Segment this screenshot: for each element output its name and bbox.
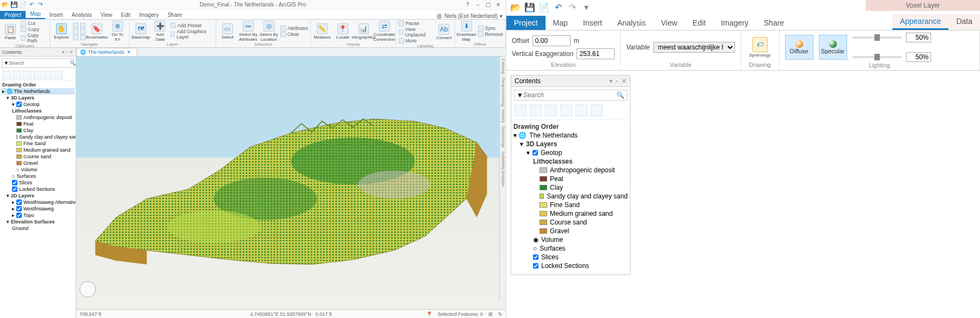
diffuse-slider[interactable] bbox=[853, 36, 902, 39]
qat-undo-icon[interactable]: ↶ bbox=[28, 2, 35, 8]
symbology-button[interactable]: 🏷 Symbology bbox=[746, 37, 774, 58]
qat-new-icon[interactable]: 📄 bbox=[539, 2, 549, 12]
list-by-source-button[interactable] bbox=[13, 71, 21, 79]
filter-icon[interactable]: ▼ bbox=[4, 60, 9, 66]
offset-input[interactable] bbox=[532, 35, 571, 46]
litho-item[interactable]: Peat bbox=[513, 174, 628, 183]
list-by-selection-button[interactable] bbox=[545, 104, 557, 116]
diffuse-button[interactable]: Diffuse bbox=[785, 35, 813, 60]
coordinate-conversion-button[interactable]: ⇄Coordinate Conversion bbox=[375, 21, 394, 42]
tab-view[interactable]: View bbox=[653, 16, 685, 30]
qat-open-icon[interactable]: 📂 bbox=[511, 2, 520, 12]
litho-item[interactable]: Clay bbox=[513, 183, 628, 192]
download-map-button[interactable]: ⬇Download Map bbox=[457, 21, 476, 42]
elevation-surfaces-header[interactable]: ▾ Elevation Surfaces bbox=[1, 219, 75, 225]
tab-view[interactable]: View bbox=[96, 11, 117, 19]
more-labeling-button[interactable]: More bbox=[399, 38, 434, 43]
go-to-xy-button[interactable]: ⊕Go To XY bbox=[108, 21, 127, 42]
vertical-exaggeration-input[interactable] bbox=[577, 48, 615, 59]
litho-item[interactable]: Clay bbox=[1, 127, 75, 134]
tab-share[interactable]: Share bbox=[756, 16, 792, 30]
tab-map[interactable]: Map bbox=[26, 10, 45, 19]
tab-project[interactable]: Project bbox=[0, 11, 26, 19]
copy-button[interactable]: Copy bbox=[21, 27, 47, 32]
qat-redo-icon[interactable]: ↷ bbox=[567, 2, 577, 12]
add-graphics-layer-button[interactable]: Add Graphics Layer bbox=[170, 29, 213, 40]
infographics-button[interactable]: 📊Infographics bbox=[354, 21, 373, 42]
litho-item[interactable]: Course sand bbox=[1, 153, 75, 160]
litho-item[interactable]: Anthropogenic deposit bbox=[513, 166, 628, 174]
list-by-selection-button[interactable] bbox=[23, 71, 32, 79]
qat-new-icon[interactable]: 📄 bbox=[20, 2, 26, 8]
catalog-pane-button[interactable]: ⊞ bbox=[488, 311, 493, 317]
list-by-labeling-button[interactable] bbox=[591, 104, 603, 116]
pin-icon[interactable]: ▫ bbox=[616, 77, 618, 85]
tab-imagery[interactable]: Imagery bbox=[713, 16, 756, 30]
tab-project[interactable]: Project bbox=[506, 16, 546, 30]
tab-edit[interactable]: Edit bbox=[685, 16, 713, 30]
tab-appearance[interactable]: Appearance bbox=[892, 14, 949, 30]
locked-sections-node[interactable]: Locked Sections bbox=[1, 186, 75, 192]
help-icon[interactable]: ? bbox=[466, 2, 469, 8]
litho-item[interactable]: Gravel bbox=[1, 160, 75, 166]
sync-button[interactable]: Sync bbox=[478, 26, 504, 31]
layer-geotop[interactable]: ▾ Geotop bbox=[513, 148, 628, 157]
tab-imagery[interactable]: Imagery bbox=[135, 11, 163, 19]
copy-path-button[interactable]: Copy Path bbox=[21, 33, 47, 43]
map-3d-view[interactable]: Catalog Geoprocessing History Symbology … bbox=[76, 57, 506, 309]
qat-save-icon[interactable]: 💾 bbox=[525, 2, 535, 12]
locked-sections-node[interactable]: Locked Sections bbox=[513, 261, 628, 270]
diffuse-percent[interactable] bbox=[906, 33, 931, 42]
group-2d-layers[interactable]: ▾ 2D Layers bbox=[1, 192, 75, 199]
select-by-location-button[interactable]: ◎Select By Location bbox=[260, 21, 278, 42]
list-by-snapping-button[interactable] bbox=[44, 71, 52, 79]
list-by-editing-button[interactable] bbox=[33, 71, 42, 79]
litho-item[interactable]: Fine Sand bbox=[1, 140, 75, 147]
tab-share[interactable]: Share bbox=[163, 11, 187, 19]
map-node[interactable]: ▸ 🌐 The Netherlands bbox=[1, 88, 75, 95]
navigation-compass[interactable] bbox=[79, 281, 96, 297]
close-icon[interactable]: ✕ bbox=[621, 77, 627, 85]
tab-insert[interactable]: Insert bbox=[575, 16, 610, 30]
tab-map[interactable]: Map bbox=[546, 16, 575, 30]
specular-button[interactable]: Specular bbox=[819, 35, 847, 60]
contents-search-input[interactable] bbox=[523, 91, 616, 99]
tab-edit[interactable]: Edit bbox=[117, 11, 134, 19]
tab-data[interactable]: Data bbox=[948, 14, 980, 30]
explore-button[interactable]: 🖐Explore bbox=[52, 21, 71, 42]
filter-icon[interactable]: ▼ bbox=[517, 91, 523, 99]
convert-labels-button[interactable]: AbConvert bbox=[436, 21, 452, 43]
qat-redo-icon[interactable]: ↷ bbox=[37, 2, 44, 8]
search-icon[interactable]: 🔍 bbox=[70, 60, 76, 66]
remove-offline-button[interactable]: Remove bbox=[478, 32, 504, 37]
variable-select[interactable]: meest waarschijnlijke litl bbox=[653, 42, 735, 53]
qat-undo-icon[interactable]: ↶ bbox=[553, 2, 563, 12]
clear-selection-button[interactable]: Clear bbox=[280, 32, 308, 37]
list-by-labeling-button[interactable] bbox=[54, 71, 63, 79]
litho-item[interactable]: Sandy clay and clayey sand bbox=[1, 134, 75, 140]
list-by-drawing-order-button[interactable] bbox=[514, 104, 526, 116]
specular-percent[interactable] bbox=[906, 52, 931, 62]
volume-node[interactable]: ◉ Volume bbox=[513, 235, 628, 244]
add-preset-button[interactable]: Add Preset bbox=[170, 23, 213, 28]
layer-wf[interactable]: ▸ Westfrisiaweg bbox=[1, 205, 75, 212]
layer-topo[interactable]: ▸ Topo bbox=[1, 212, 75, 219]
window-close[interactable]: ✕ bbox=[494, 2, 503, 8]
measure-button[interactable]: 📏Measure bbox=[313, 21, 332, 42]
volume-node[interactable]: ○ Volume bbox=[1, 166, 75, 173]
attributes-button[interactable]: Attributes bbox=[280, 26, 308, 31]
add-data-button[interactable]: ➕Add Data bbox=[152, 21, 168, 42]
tab-symbology[interactable]: Symbology bbox=[500, 126, 506, 148]
litho-item[interactable]: Medium grained sand bbox=[1, 147, 75, 153]
basemap-button[interactable]: 🗺Basemap bbox=[132, 21, 150, 42]
litho-item[interactable]: Peat bbox=[1, 121, 75, 127]
pause-labeling-button[interactable]: Pause bbox=[399, 21, 434, 26]
nav-zoom[interactable] bbox=[73, 29, 85, 34]
signin-status[interactable]: Niels (Esri Nederland)▾ bbox=[437, 13, 506, 19]
slices-node[interactable]: Slices bbox=[1, 179, 75, 186]
contents-search[interactable]: ▼ 🔍 bbox=[2, 58, 74, 68]
select-button[interactable]: ▭Select bbox=[218, 21, 237, 42]
qat-save-icon[interactable]: 💾 bbox=[11, 2, 17, 8]
tab-analysis[interactable]: Analysis bbox=[610, 16, 653, 30]
group-3d-layers[interactable]: ▾ 3D Layers bbox=[513, 140, 628, 148]
